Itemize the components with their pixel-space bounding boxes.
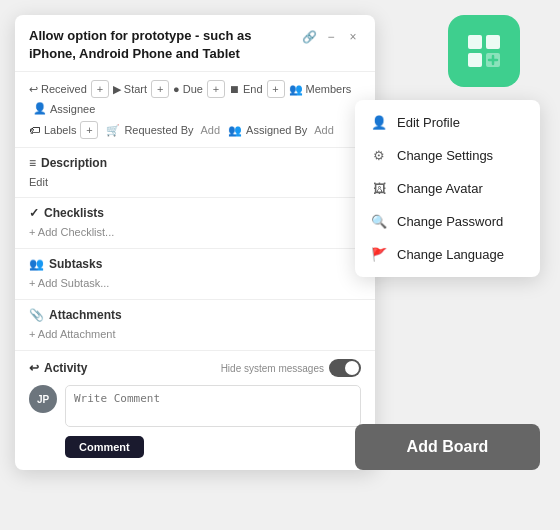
due-add-btn[interactable]: + (207, 80, 225, 98)
start-add-btn[interactable]: + (151, 80, 169, 98)
subtasks-section: 👥 Subtasks + Add Subtask... (15, 249, 375, 300)
add-checklist-btn[interactable]: + Add Checklist... (29, 224, 361, 240)
activity-header: ↩ Activity Hide system messages (29, 359, 361, 377)
check-icon: ✓ (29, 206, 39, 220)
members-label: Members (306, 83, 352, 95)
assigned-by-add[interactable]: Add (314, 124, 334, 136)
members-icon: 👥 (289, 83, 303, 96)
close-icon[interactable]: × (345, 29, 361, 45)
person-icon: 👤 (371, 115, 387, 130)
add-board-button[interactable]: Add Board (355, 424, 540, 470)
requested-by-add[interactable]: Add (201, 124, 221, 136)
menu-item-change-language[interactable]: 🚩 Change Language (355, 238, 540, 271)
image-icon: 🖼 (371, 181, 387, 196)
hide-messages-toggle[interactable] (329, 359, 361, 377)
subtasks-header: 👥 Subtasks (29, 257, 361, 271)
header-icons: 🔗 − × (301, 29, 361, 45)
subtasks-title: Subtasks (49, 257, 102, 271)
end-label: End (243, 83, 263, 95)
labels-add-btn[interactable]: + (80, 121, 98, 139)
menu-change-settings-label: Change Settings (397, 148, 493, 163)
card-title: Allow option for prototype - such as iPh… (29, 27, 301, 63)
received-add-btn[interactable]: + (91, 80, 109, 98)
assigned-icon: 👥 (228, 124, 242, 137)
attachments-section: 📎 Attachments + Add Attachment (15, 300, 375, 351)
comment-button[interactable]: Comment (65, 436, 144, 458)
description-header: ≡ Description (29, 156, 361, 170)
menu-item-change-password[interactable]: 🔍 Change Password (355, 205, 540, 238)
assignee-icon: 👤 (33, 102, 47, 115)
subtasks-icon: 👥 (29, 257, 44, 271)
link-icon[interactable]: 🔗 (301, 29, 317, 45)
cart-icon: 🛒 (106, 124, 120, 137)
flag-icon: 🚩 (371, 247, 387, 262)
menu-item-change-avatar[interactable]: 🖼 Change Avatar (355, 172, 540, 205)
minimize-icon[interactable]: − (323, 29, 339, 45)
menu-edit-profile-label: Edit Profile (397, 115, 460, 130)
received-icon: ↩ (29, 83, 38, 96)
assigned-by-group: 👥 Assigned By Add (228, 124, 334, 137)
field-assignee: 👤 Assignee (33, 102, 95, 115)
labels-label: Labels (44, 124, 76, 136)
menu-change-avatar-label: Change Avatar (397, 181, 483, 196)
fields-row-1: ↩ Received + ▶ Start + ● Due + ⏹ End + 👥… (29, 80, 361, 115)
comment-input-wrap: Comment (65, 385, 361, 458)
assigned-by-label: Assigned By (246, 124, 307, 136)
received-label: Received (41, 83, 87, 95)
end-add-btn[interactable]: + (267, 80, 285, 98)
add-subtask-label: + Add Subtask... (29, 277, 109, 289)
assignee-label: Assignee (50, 103, 95, 115)
attachments-header: 📎 Attachments (29, 308, 361, 322)
labels-icon: 🏷 (29, 124, 40, 136)
due-label: Due (183, 83, 203, 95)
menu-change-password-label: Change Password (397, 214, 503, 229)
app-icon[interactable] (448, 15, 520, 87)
menu-item-edit-profile[interactable]: 👤 Edit Profile (355, 106, 540, 139)
svg-rect-1 (486, 35, 500, 49)
add-subtask-btn[interactable]: + Add Subtask... (29, 275, 361, 291)
checklists-section: ✓ Checklists + Add Checklist... (15, 198, 375, 249)
field-start: ▶ Start (113, 83, 147, 96)
app-logo-svg (464, 31, 504, 71)
user-avatar: JP (29, 385, 57, 413)
hide-messages-row: Hide system messages (221, 359, 361, 377)
checklists-title: Checklists (44, 206, 104, 220)
comment-input[interactable] (65, 385, 361, 427)
description-section: ≡ Description Edit (15, 148, 375, 198)
field-end: ⏹ End (229, 83, 263, 95)
attachments-title: Attachments (49, 308, 122, 322)
activity-title-text: Activity (44, 361, 87, 375)
add-checklist-label: + Add Checklist... (29, 226, 114, 238)
checklists-header: ✓ Checklists (29, 206, 361, 220)
task-card: Allow option for prototype - such as iPh… (15, 15, 375, 470)
comment-row: JP Comment (29, 385, 361, 458)
key-icon: 🔍 (371, 214, 387, 229)
due-icon: ● (173, 83, 180, 95)
svg-rect-2 (468, 53, 482, 67)
description-edit-btn[interactable]: Edit (29, 176, 48, 188)
toggle-knob (345, 361, 359, 375)
activity-icon: ↩ (29, 361, 39, 375)
start-label: Start (124, 83, 147, 95)
activity-section: ↩ Activity Hide system messages JP Comme… (15, 351, 375, 470)
dropdown-menu: 👤 Edit Profile ⚙ Change Settings 🖼 Chang… (355, 100, 540, 277)
add-attachment-btn[interactable]: + Add Attachment (29, 326, 361, 342)
requested-by-label: Requested By (124, 124, 193, 136)
menu-change-language-label: Change Language (397, 247, 504, 262)
fields-row-2: 🏷 Labels + 🛒 Requested By Add 👥 Assigned… (29, 121, 361, 139)
description-icon: ≡ (29, 156, 36, 170)
requested-by-group: 🛒 Requested By Add (106, 124, 220, 137)
field-received: ↩ Received (29, 83, 87, 96)
fields-section: ↩ Received + ▶ Start + ● Due + ⏹ End + 👥… (15, 72, 375, 148)
hide-messages-label: Hide system messages (221, 363, 324, 374)
menu-item-change-settings[interactable]: ⚙ Change Settings (355, 139, 540, 172)
svg-rect-0 (468, 35, 482, 49)
activity-title-row: ↩ Activity (29, 361, 87, 375)
description-title: Description (41, 156, 107, 170)
field-members: 👥 Members (289, 83, 352, 96)
labels-group: 🏷 Labels + (29, 121, 98, 139)
gear-icon: ⚙ (371, 148, 387, 163)
attachment-icon: 📎 (29, 308, 44, 322)
end-icon: ⏹ (229, 83, 240, 95)
add-attachment-label: + Add Attachment (29, 328, 116, 340)
